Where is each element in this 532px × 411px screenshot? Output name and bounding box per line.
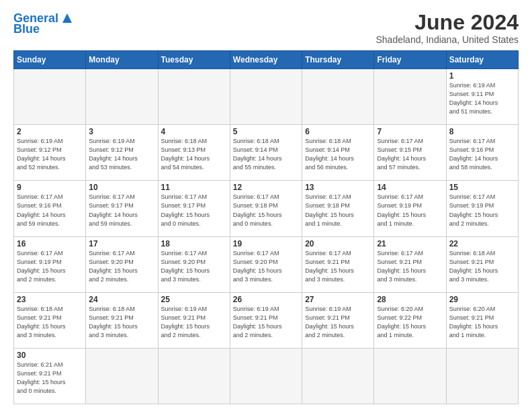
calendar-week-row: 16Sunrise: 6:17 AM Sunset: 9:19 PM Dayli… xyxy=(14,236,519,292)
logo-blue: Blue xyxy=(13,23,40,35)
weekday-header-sunday: Sunday xyxy=(14,51,86,69)
day-number: 25 xyxy=(161,295,227,304)
calendar-cell: 14Sunrise: 6:17 AM Sunset: 9:19 PM Dayli… xyxy=(374,181,446,236)
day-number: 24 xyxy=(89,295,154,304)
day-info: Sunrise: 6:17 AM Sunset: 9:18 PM Dayligh… xyxy=(305,193,371,228)
day-info: Sunrise: 6:19 AM Sunset: 9:21 PM Dayligh… xyxy=(305,305,371,340)
day-info: Sunrise: 6:21 AM Sunset: 9:21 PM Dayligh… xyxy=(17,361,83,396)
day-info: Sunrise: 6:18 AM Sunset: 9:14 PM Dayligh… xyxy=(233,137,299,172)
calendar-cell: 29Sunrise: 6:20 AM Sunset: 9:21 PM Dayli… xyxy=(446,292,518,348)
calendar-cell: 8Sunrise: 6:17 AM Sunset: 9:16 PM Daylig… xyxy=(446,125,518,181)
calendar-cell: 16Sunrise: 6:17 AM Sunset: 9:19 PM Dayli… xyxy=(14,236,86,292)
calendar-cell xyxy=(302,348,374,404)
day-info: Sunrise: 6:18 AM Sunset: 9:21 PM Dayligh… xyxy=(17,305,83,340)
weekday-header-wednesday: Wednesday xyxy=(230,51,302,69)
day-info: Sunrise: 6:19 AM Sunset: 9:11 PM Dayligh… xyxy=(449,81,515,116)
weekday-header-tuesday: Tuesday xyxy=(158,51,230,69)
calendar-cell xyxy=(158,69,230,125)
day-info: Sunrise: 6:17 AM Sunset: 9:19 PM Dayligh… xyxy=(449,193,515,228)
day-info: Sunrise: 6:17 AM Sunset: 9:15 PM Dayligh… xyxy=(377,137,443,172)
calendar-cell: 17Sunrise: 6:17 AM Sunset: 9:20 PM Dayli… xyxy=(86,236,158,292)
day-number: 11 xyxy=(161,183,227,192)
calendar-cell: 23Sunrise: 6:18 AM Sunset: 9:21 PM Dayli… xyxy=(14,292,86,348)
calendar-cell: 11Sunrise: 6:17 AM Sunset: 9:17 PM Dayli… xyxy=(158,181,230,236)
day-number: 19 xyxy=(233,239,299,248)
calendar-cell: 6Sunrise: 6:18 AM Sunset: 9:14 PM Daylig… xyxy=(302,125,374,181)
day-number: 4 xyxy=(161,127,227,136)
calendar-cell xyxy=(158,348,230,404)
day-number: 13 xyxy=(305,183,371,192)
day-number: 10 xyxy=(89,183,154,192)
calendar-cell: 19Sunrise: 6:17 AM Sunset: 9:20 PM Dayli… xyxy=(230,236,302,292)
calendar-cell: 2Sunrise: 6:19 AM Sunset: 9:12 PM Daylig… xyxy=(14,125,86,181)
day-info: Sunrise: 6:17 AM Sunset: 9:19 PM Dayligh… xyxy=(17,249,83,284)
day-info: Sunrise: 6:17 AM Sunset: 9:20 PM Dayligh… xyxy=(233,249,299,284)
day-info: Sunrise: 6:18 AM Sunset: 9:21 PM Dayligh… xyxy=(449,249,515,284)
calendar-cell xyxy=(446,348,518,404)
calendar-cell: 5Sunrise: 6:18 AM Sunset: 9:14 PM Daylig… xyxy=(230,125,302,181)
calendar-cell: 3Sunrise: 6:19 AM Sunset: 9:12 PM Daylig… xyxy=(86,125,158,181)
day-number: 2 xyxy=(17,127,83,136)
day-info: Sunrise: 6:19 AM Sunset: 9:21 PM Dayligh… xyxy=(161,305,227,340)
day-info: Sunrise: 6:19 AM Sunset: 9:21 PM Dayligh… xyxy=(233,305,299,340)
day-number: 26 xyxy=(233,295,299,304)
day-number: 12 xyxy=(233,183,299,192)
weekday-header-monday: Monday xyxy=(86,51,158,69)
calendar-cell: 21Sunrise: 6:17 AM Sunset: 9:21 PM Dayli… xyxy=(374,236,446,292)
calendar-cell: 9Sunrise: 6:17 AM Sunset: 9:16 PM Daylig… xyxy=(14,181,86,236)
calendar-title: June 2024 xyxy=(376,11,519,34)
day-number: 8 xyxy=(449,127,515,136)
day-info: Sunrise: 6:17 AM Sunset: 9:16 PM Dayligh… xyxy=(17,193,83,228)
weekday-header-row: SundayMondayTuesdayWednesdayThursdayFrid… xyxy=(14,51,519,69)
calendar-cell: 22Sunrise: 6:18 AM Sunset: 9:21 PM Dayli… xyxy=(446,236,518,292)
day-info: Sunrise: 6:20 AM Sunset: 9:21 PM Dayligh… xyxy=(449,305,515,340)
day-number: 17 xyxy=(89,239,154,248)
day-number: 7 xyxy=(377,127,443,136)
calendar-cell: 18Sunrise: 6:17 AM Sunset: 9:20 PM Dayli… xyxy=(158,236,230,292)
day-info: Sunrise: 6:17 AM Sunset: 9:21 PM Dayligh… xyxy=(305,249,371,284)
calendar-cell: 30Sunrise: 6:21 AM Sunset: 9:21 PM Dayli… xyxy=(14,348,86,404)
calendar-week-row: 1Sunrise: 6:19 AM Sunset: 9:11 PM Daylig… xyxy=(14,69,519,125)
calendar-cell xyxy=(302,69,374,125)
calendar-cell: 1Sunrise: 6:19 AM Sunset: 9:11 PM Daylig… xyxy=(446,69,518,125)
calendar-week-row: 9Sunrise: 6:17 AM Sunset: 9:16 PM Daylig… xyxy=(14,181,519,236)
day-info: Sunrise: 6:17 AM Sunset: 9:17 PM Dayligh… xyxy=(89,193,154,228)
svg-marker-0 xyxy=(62,13,72,23)
calendar-week-row: 23Sunrise: 6:18 AM Sunset: 9:21 PM Dayli… xyxy=(14,292,519,348)
day-number: 22 xyxy=(449,239,515,248)
calendar-cell: 25Sunrise: 6:19 AM Sunset: 9:21 PM Dayli… xyxy=(158,292,230,348)
calendar-cell: 26Sunrise: 6:19 AM Sunset: 9:21 PM Dayli… xyxy=(230,292,302,348)
day-info: Sunrise: 6:17 AM Sunset: 9:16 PM Dayligh… xyxy=(449,137,515,172)
calendar-cell: 12Sunrise: 6:17 AM Sunset: 9:18 PM Dayli… xyxy=(230,181,302,236)
day-number: 23 xyxy=(17,295,83,304)
calendar-page: General Blue June 2024 Shadeland, Indian… xyxy=(0,0,532,411)
calendar-cell xyxy=(230,69,302,125)
day-number: 21 xyxy=(377,239,443,248)
calendar-cell xyxy=(86,69,158,125)
day-number: 20 xyxy=(305,239,371,248)
calendar-week-row: 2Sunrise: 6:19 AM Sunset: 9:12 PM Daylig… xyxy=(14,125,519,181)
day-info: Sunrise: 6:17 AM Sunset: 9:19 PM Dayligh… xyxy=(377,193,443,228)
logo: General Blue xyxy=(13,11,75,35)
day-number: 28 xyxy=(377,295,443,304)
calendar-cell: 20Sunrise: 6:17 AM Sunset: 9:21 PM Dayli… xyxy=(302,236,374,292)
calendar-cell xyxy=(14,69,86,125)
header: General Blue June 2024 Shadeland, Indian… xyxy=(13,11,519,45)
weekday-header-thursday: Thursday xyxy=(302,51,374,69)
day-number: 5 xyxy=(233,127,299,136)
day-number: 18 xyxy=(161,239,227,248)
calendar-table: SundayMondayTuesdayWednesdayThursdayFrid… xyxy=(13,50,519,404)
calendar-cell: 28Sunrise: 6:20 AM Sunset: 9:22 PM Dayli… xyxy=(374,292,446,348)
calendar-cell xyxy=(230,348,302,404)
calendar-cell: 10Sunrise: 6:17 AM Sunset: 9:17 PM Dayli… xyxy=(86,181,158,236)
calendar-cell: 7Sunrise: 6:17 AM Sunset: 9:15 PM Daylig… xyxy=(374,125,446,181)
day-info: Sunrise: 6:19 AM Sunset: 9:12 PM Dayligh… xyxy=(17,137,83,172)
day-info: Sunrise: 6:17 AM Sunset: 9:18 PM Dayligh… xyxy=(233,193,299,228)
day-info: Sunrise: 6:17 AM Sunset: 9:21 PM Dayligh… xyxy=(377,249,443,284)
weekday-header-saturday: Saturday xyxy=(446,51,518,69)
day-number: 14 xyxy=(377,183,443,192)
day-number: 1 xyxy=(449,71,515,81)
day-number: 27 xyxy=(305,295,371,304)
day-info: Sunrise: 6:17 AM Sunset: 9:20 PM Dayligh… xyxy=(161,249,227,284)
day-info: Sunrise: 6:18 AM Sunset: 9:14 PM Dayligh… xyxy=(305,137,371,172)
